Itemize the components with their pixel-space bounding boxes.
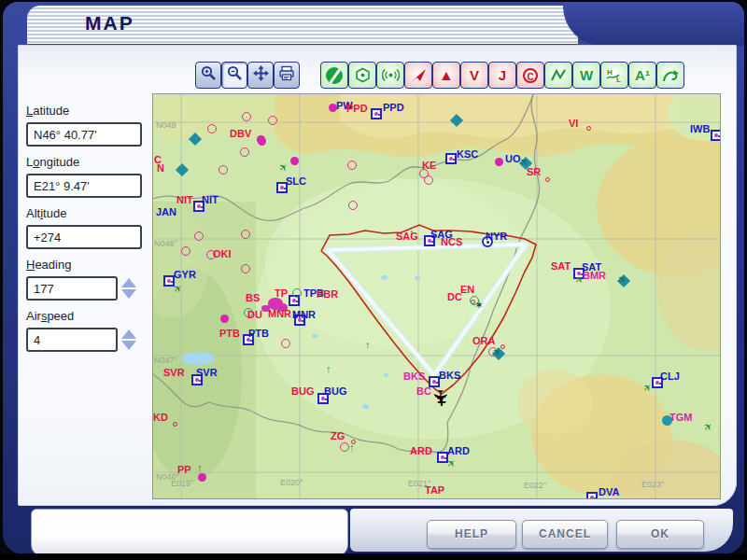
toggle-ils-feathers[interactable] bbox=[404, 62, 432, 89]
military-airport-icon: ✈ bbox=[619, 276, 628, 286]
navaid-label-pp: PP bbox=[177, 464, 191, 475]
navaid-label-tp: TP bbox=[275, 287, 288, 299]
waypoint-icon bbox=[173, 422, 177, 427]
navaid-label-svr: SVR bbox=[163, 367, 185, 378]
navaid-label-nyr: NYR bbox=[486, 231, 507, 242]
map-layer-toggles: ▲VJCWHLA¹ bbox=[320, 62, 684, 89]
navaid-label-dbv: DBV bbox=[230, 128, 251, 139]
toggle-winds[interactable] bbox=[656, 62, 684, 89]
victor-airways-icon: V bbox=[470, 67, 479, 83]
toggle-intersections[interactable]: ▲ bbox=[432, 62, 460, 89]
zoom-out-button[interactable] bbox=[221, 62, 247, 89]
longitude-label: Longitude bbox=[26, 155, 166, 170]
airports-icon bbox=[326, 67, 343, 84]
compass-rose-icon bbox=[207, 124, 217, 133]
toggle-pressure-systems[interactable]: HL bbox=[600, 62, 628, 89]
compass-rose-icon bbox=[194, 231, 204, 241]
inner-mark bbox=[590, 496, 594, 499]
map-view[interactable]: N049N048°N047°N046°E019°E020°E021°E022°E… bbox=[152, 93, 721, 499]
navaid-label-ptb: PTB bbox=[248, 328, 269, 339]
toggle-weather-stations[interactable]: W bbox=[572, 62, 600, 89]
toggle-flight-path[interactable] bbox=[544, 62, 572, 89]
navaid-label-mnr: MNR bbox=[268, 308, 291, 319]
toggle-airports[interactable] bbox=[320, 62, 348, 89]
inner-mark bbox=[449, 157, 453, 161]
grid-label: E023° bbox=[641, 480, 665, 489]
aircraft-crosshair-icon: + bbox=[437, 393, 446, 412]
print-button[interactable] bbox=[274, 62, 300, 89]
latitude-label: Latitude bbox=[26, 104, 166, 119]
compass-rose-icon bbox=[281, 339, 290, 348]
position-form: LatitudeLongitudeAltitudeHeadingAirspeed bbox=[26, 104, 166, 360]
navaid-label-dva: DVA bbox=[599, 486, 619, 497]
navaid-label-uo: UO bbox=[505, 153, 521, 164]
grid-label: E019° bbox=[171, 479, 194, 488]
navaid-label-nit: NIT bbox=[202, 194, 218, 205]
altitude-label: Altitude bbox=[26, 206, 166, 221]
inner-mark bbox=[714, 133, 718, 137]
heading-spinner-up[interactable] bbox=[121, 278, 136, 287]
wind-arrow-icon: ↑ bbox=[197, 462, 203, 473]
toggle-approaches[interactable]: C bbox=[516, 62, 544, 89]
toggle-vors[interactable] bbox=[348, 62, 376, 89]
navaid-label-kd: KD bbox=[153, 412, 168, 423]
longitude-input[interactable] bbox=[26, 174, 142, 198]
altitude-input[interactable] bbox=[26, 225, 142, 249]
weather-stations-icon: W bbox=[580, 67, 593, 83]
cancel-button[interactable]: CANCEL bbox=[522, 520, 608, 549]
wind-arrow-icon: ↑ bbox=[365, 339, 371, 350]
ndb-icon bbox=[258, 137, 266, 146]
navaid-label-bs: BS bbox=[246, 292, 260, 303]
latitude-row bbox=[26, 122, 166, 147]
map-tool-buttons bbox=[195, 62, 300, 89]
map-dialog: MAP HELPCANCELOK ▲VJCWHLA¹ LatitudeLongi… bbox=[0, 0, 747, 560]
toggle-airspace-labels[interactable]: A¹ bbox=[628, 62, 656, 89]
latitude-input[interactable] bbox=[26, 122, 142, 147]
navaid-label-ard: ARD bbox=[447, 445, 470, 456]
airspeed-input[interactable] bbox=[26, 328, 118, 352]
airspeed-spinner-up[interactable] bbox=[121, 329, 136, 339]
inner-mark bbox=[321, 397, 325, 400]
vors-icon bbox=[355, 67, 371, 83]
help-button[interactable]: HELP bbox=[427, 520, 516, 549]
navaid-label-bks: BKS bbox=[403, 371, 425, 382]
zoom-out-icon bbox=[227, 65, 243, 85]
navaid-label-ppd: PPD bbox=[346, 103, 368, 114]
zoom-in-button[interactable] bbox=[195, 62, 221, 89]
svg-text:H: H bbox=[607, 68, 613, 77]
heading-spinner-down[interactable] bbox=[121, 289, 136, 299]
compass-rose-icon bbox=[340, 442, 349, 452]
grid-label: N049 bbox=[156, 120, 176, 130]
jet-airways-icon: J bbox=[499, 67, 506, 83]
navaid-label-nit: NIT bbox=[176, 194, 193, 205]
title-bar-swoosh bbox=[563, 2, 744, 46]
ok-button[interactable]: OK bbox=[616, 520, 704, 549]
grid-label: E020° bbox=[280, 478, 303, 487]
toggle-jet-airways[interactable]: J bbox=[488, 62, 516, 89]
approaches-icon: C bbox=[523, 68, 538, 83]
field-airspeed: Airspeed bbox=[26, 309, 166, 352]
navaid-label-ppd: PPD bbox=[383, 102, 404, 113]
military-airport-icon: ✈ bbox=[494, 349, 503, 358]
compass-rose-icon bbox=[241, 230, 250, 239]
compass-rose-icon bbox=[242, 112, 251, 121]
pan-button[interactable] bbox=[247, 62, 274, 89]
navaid-label-iwb: IWB bbox=[690, 123, 710, 134]
beacon-icon: ✶ bbox=[474, 299, 484, 312]
navaid-label-dc: DC bbox=[447, 291, 462, 302]
navaid-label-svr: SVR bbox=[196, 367, 218, 378]
navaid-label-clj: CLJ bbox=[660, 371, 680, 382]
compass-rose-icon bbox=[241, 264, 250, 273]
ndb-icon bbox=[198, 473, 206, 482]
altitude-row bbox=[26, 225, 166, 249]
navaid-label-du: DU bbox=[247, 309, 262, 320]
airspeed-spinner[interactable] bbox=[120, 328, 138, 352]
toggle-ndbs[interactable] bbox=[376, 62, 404, 89]
heading-spinner[interactable] bbox=[120, 276, 138, 301]
navaid-label-sag: SAG bbox=[396, 231, 418, 242]
heading-input[interactable] bbox=[26, 276, 118, 301]
toggle-victor-airways[interactable]: V bbox=[460, 62, 488, 89]
airspeed-spinner-down[interactable] bbox=[121, 341, 136, 350]
ndb-icon bbox=[495, 158, 503, 166]
inner-mark bbox=[441, 455, 444, 459]
